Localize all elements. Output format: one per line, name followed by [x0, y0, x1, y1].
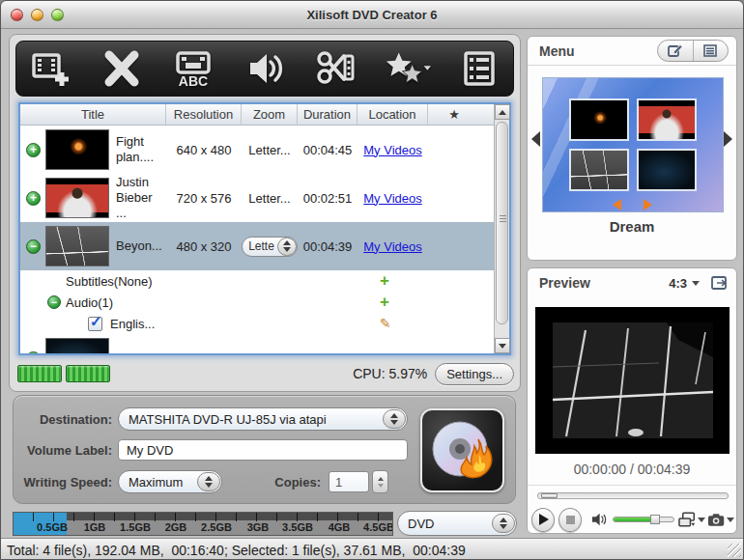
- menu-thumbnail[interactable]: [637, 98, 697, 141]
- gauge-tick-label: 1.5GB: [114, 521, 157, 533]
- collapse-icon[interactable]: −: [26, 239, 41, 254]
- detach-preview-icon[interactable]: [711, 275, 729, 291]
- video-zoom[interactable]: Letter...: [242, 191, 298, 206]
- video-zoom[interactable]: Letter...: [242, 351, 298, 354]
- stepper-arrows-icon[interactable]: [383, 409, 406, 429]
- seek-slider[interactable]: [537, 492, 729, 499]
- destination-value: MATSHITA DVD-R UJ-85J via atapi: [129, 412, 327, 427]
- play-button[interactable]: [531, 508, 555, 532]
- audio-track-row[interactable]: Englis... ✎: [20, 313, 496, 334]
- stepper-arrows-icon[interactable]: [277, 238, 297, 256]
- column-header-title[interactable]: Title: [20, 104, 166, 125]
- collapse-icon[interactable]: −: [47, 295, 61, 309]
- scrollbar-thumb[interactable]: [496, 122, 508, 324]
- add-video-button[interactable]: [27, 46, 73, 91]
- resize-grip[interactable]: [728, 544, 741, 557]
- zoom-mode-stepper[interactable]: Lette: [242, 237, 298, 257]
- template-name: Dream: [528, 218, 736, 235]
- copies-label: Copies:: [261, 475, 321, 490]
- audio-row[interactable]: − Audio(1) +: [20, 292, 496, 313]
- minimize-window-button[interactable]: [31, 9, 43, 21]
- subtitles-row[interactable]: Subtitles(None) +: [20, 270, 496, 292]
- video-mode-icon[interactable]: [678, 512, 696, 528]
- table-row-selected[interactable]: − Beyon... 480 x 320 Lette 00:04:39 My V…: [20, 222, 496, 270]
- location-link[interactable]: My Videos: [363, 191, 421, 206]
- prev-template-button[interactable]: [531, 131, 540, 147]
- column-header-resolution[interactable]: Resolution: [166, 104, 242, 125]
- edit-icon[interactable]: ✎: [380, 316, 391, 331]
- volume-slider[interactable]: [613, 517, 673, 522]
- snapshot-icon[interactable]: [707, 513, 725, 527]
- clip-button[interactable]: [313, 46, 359, 91]
- edit-menu-button[interactable]: [658, 41, 693, 61]
- table-row[interactable]: + Fight plan.... 640 x 480 Letter... 00:…: [20, 126, 496, 174]
- writing-speed-select[interactable]: Maximum: [118, 470, 222, 493]
- capacity-gauge: 0.5GB 1GB 1.5GB 2GB 2.5GB 3GB 3.5GB 4GB …: [13, 512, 393, 536]
- add-audio-icon[interactable]: +: [380, 293, 389, 312]
- menu-page-next-icon[interactable]: [644, 199, 652, 210]
- scroll-up-button[interactable]: [495, 104, 510, 120]
- gauge-tick-label: 4GB: [318, 521, 360, 533]
- audio-track-checkbox[interactable]: [88, 317, 102, 331]
- writing-speed-label: Writing Speed:: [14, 475, 118, 490]
- audio-button[interactable]: [242, 46, 288, 91]
- disc-type-select[interactable]: DVD: [397, 511, 517, 536]
- aspect-ratio-value: 4:3: [669, 276, 687, 291]
- copies-stepper[interactable]: [372, 470, 388, 493]
- menu-thumbnail[interactable]: [569, 98, 629, 141]
- column-header-star[interactable]: ★: [428, 104, 480, 125]
- table-scrollbar[interactable]: [494, 104, 509, 353]
- settings-button[interactable]: Settings...: [435, 363, 514, 385]
- table-row[interactable]: + Justin 720 x 576 Letter... 00:04:25 My…: [20, 334, 496, 353]
- next-template-button[interactable]: [724, 131, 732, 147]
- status-bar: Total: 4 file(s), 192.04 MB, 00:16:40; S…: [1, 538, 743, 560]
- stop-button[interactable]: [558, 508, 582, 532]
- zoom-window-button[interactable]: [51, 9, 64, 21]
- video-preview[interactable]: [535, 307, 730, 454]
- column-header-zoom[interactable]: Zoom: [242, 104, 298, 125]
- scroll-down-button[interactable]: [495, 338, 510, 353]
- subtitle-button[interactable]: ABC: [170, 46, 216, 91]
- close-window-button[interactable]: [11, 9, 23, 21]
- aspect-ratio-select[interactable]: 4:3: [669, 276, 701, 291]
- video-mode-dropdown-icon[interactable]: [698, 518, 705, 522]
- column-header-location[interactable]: Location: [358, 104, 428, 125]
- volume-thumb[interactable]: [650, 515, 660, 524]
- edit-menu-icon: [668, 43, 683, 58]
- stepper-arrows-icon[interactable]: [197, 472, 220, 491]
- location-link[interactable]: My Videos: [363, 351, 421, 354]
- delete-icon: [102, 50, 141, 87]
- video-zoom[interactable]: Letter...: [242, 143, 298, 157]
- location-link[interactable]: My Videos: [363, 143, 421, 157]
- destination-select[interactable]: MATSHITA DVD-R UJ-85J via atapi: [118, 407, 408, 431]
- table-header: Title Resolution Zoom Duration Location …: [20, 104, 509, 126]
- column-header-duration[interactable]: Duration: [298, 104, 358, 125]
- menu-mode-segmented-control: [657, 40, 729, 62]
- file-list-table: Title Resolution Zoom Duration Location …: [18, 102, 511, 355]
- table-row[interactable]: + Justin Bieber ... 720 x 576 Letter... …: [20, 174, 496, 222]
- title-bar: Xilisoft DVD Creator 6: [1, 1, 743, 29]
- volume-icon[interactable]: [591, 512, 607, 527]
- menu-thumbnail[interactable]: [569, 149, 629, 191]
- menu-list-button[interactable]: [693, 41, 729, 61]
- snapshot-dropdown-icon[interactable]: [727, 518, 734, 522]
- chapter-button[interactable]: [456, 46, 502, 91]
- delete-button[interactable]: [99, 46, 145, 91]
- seek-thumb[interactable]: [541, 493, 558, 498]
- destination-label: Destination:: [14, 412, 118, 427]
- volume-label-input[interactable]: [118, 439, 408, 461]
- expand-icon[interactable]: +: [26, 143, 41, 157]
- menu-template-preview[interactable]: [542, 77, 724, 212]
- menu-thumbnail[interactable]: [637, 149, 697, 191]
- cpu-status-row: CPU: 5.97% Settings...: [17, 361, 514, 386]
- burn-button[interactable]: [420, 408, 504, 492]
- add-subtitle-icon[interactable]: +: [380, 271, 389, 291]
- menu-page-prev-icon[interactable]: [613, 199, 621, 210]
- copies-input[interactable]: [329, 471, 369, 492]
- effects-button[interactable]: [385, 46, 431, 91]
- location-link[interactable]: My Videos: [363, 239, 421, 254]
- expand-icon[interactable]: +: [26, 351, 41, 354]
- expand-icon[interactable]: +: [26, 191, 41, 206]
- stepper-arrows-icon[interactable]: [492, 514, 515, 533]
- main-toolbar: ABC: [15, 41, 514, 97]
